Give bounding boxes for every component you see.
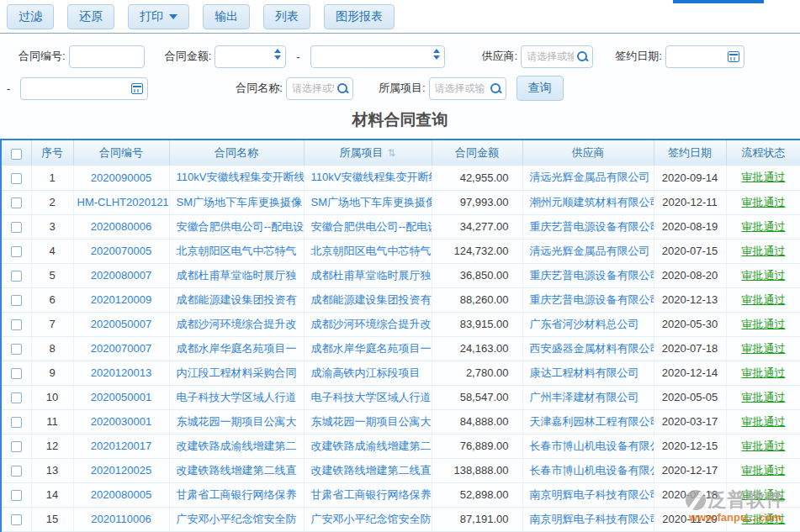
contract-no-link[interactable]: 2020120017: [73, 434, 169, 458]
contract-no-link[interactable]: 2020120013: [73, 361, 169, 385]
supplier-link[interactable]: 长春市博山机电设备有限公司: [522, 434, 654, 458]
supplier-link[interactable]: 重庆艺普电源设备有限公司: [522, 214, 654, 239]
contract-no-link[interactable]: 2020120009: [73, 287, 169, 312]
sort-icon[interactable]: ⇅: [387, 147, 395, 159]
contract-no-link[interactable]: 2020120025: [73, 458, 169, 482]
contract-name-link[interactable]: 110kV安徽线程集变开断线: [169, 166, 304, 190]
contract-no-link[interactable]: 2020110006: [73, 507, 169, 531]
status-link[interactable]: 审批通过: [726, 458, 800, 482]
supplier-link[interactable]: 康达工程材料有限公司: [522, 361, 654, 385]
contract-name-link[interactable]: 内江段工程材料采购合同: [169, 361, 304, 385]
status-link[interactable]: 审批通过: [726, 507, 800, 531]
project-link[interactable]: 广安邓小平纪念馆安全防: [304, 507, 432, 531]
supplier-link[interactable]: 南京明辉电子科技有限公司: [522, 507, 654, 531]
supplier-link[interactable]: 清远光辉金属品有限公司: [522, 239, 654, 263]
chart-report-button[interactable]: 图形报表: [324, 4, 395, 29]
supplier-link[interactable]: 西安盛器金属材料有限公司: [522, 336, 654, 361]
project-link[interactable]: 成都杜甫草堂临时展厅独: [304, 263, 432, 287]
select-all-checkbox[interactable]: [11, 149, 22, 160]
row-checkbox[interactable]: [11, 271, 22, 282]
project-link[interactable]: 改建铁路成渝线增建第二: [304, 434, 432, 458]
project-link[interactable]: 成都能源建设集团投资有: [304, 287, 432, 312]
row-checkbox[interactable]: [11, 490, 22, 501]
contract-name-link[interactable]: 甘肃省工商银行网络保养: [169, 482, 304, 507]
row-checkbox[interactable]: [11, 466, 22, 477]
contract-no-link[interactable]: 2020050007: [73, 312, 169, 336]
contract-name-link[interactable]: SM广场地下车库更换摄像: [169, 190, 304, 214]
contract-no-link[interactable]: HM-CLHT2020121: [73, 190, 169, 214]
status-link[interactable]: 审批通过: [726, 336, 800, 361]
row-checkbox[interactable]: [11, 246, 22, 257]
sign-date-end-input[interactable]: [20, 77, 148, 100]
contract-no-link[interactable]: 2020070005: [73, 239, 169, 263]
amount-max-input[interactable]: [310, 45, 445, 68]
project-link[interactable]: 成都沙河环境综合提升改: [304, 312, 432, 336]
contract-name-link[interactable]: 改建铁路成渝线增建第二: [169, 434, 304, 458]
status-link[interactable]: 审批通过: [726, 190, 800, 214]
contract-name-link[interactable]: 北京朝阳区电气中芯特气: [169, 239, 304, 263]
status-link[interactable]: 审批通过: [726, 214, 800, 239]
calendar-icon[interactable]: [131, 83, 143, 94]
row-checkbox[interactable]: [11, 198, 22, 208]
export-button[interactable]: 输出: [203, 4, 250, 29]
header-status[interactable]: 流程状态: [726, 140, 800, 166]
row-checkbox[interactable]: [11, 392, 22, 403]
row-checkbox[interactable]: [11, 514, 22, 525]
header-contract-name[interactable]: 合同名称: [169, 140, 304, 166]
contract-no-link[interactable]: 2020080005: [73, 482, 169, 507]
row-checkbox[interactable]: [11, 441, 22, 452]
contract-name-link[interactable]: 成都水岸华庭名苑项目一: [169, 336, 304, 361]
row-checkbox[interactable]: [11, 295, 22, 306]
supplier-link[interactable]: 重庆艺普电源设备有限公司: [522, 287, 654, 312]
number-stepper-icon[interactable]: [274, 49, 281, 60]
supplier-link[interactable]: 清远光辉金属品有限公司: [522, 166, 654, 190]
header-amount[interactable]: 合同金额: [432, 140, 522, 166]
supplier-link[interactable]: 重庆艺普电源设备有限公司: [522, 263, 654, 287]
contract-no-link[interactable]: 2020030001: [73, 409, 169, 434]
project-link[interactable]: 北京朝阳区电气中芯特气: [304, 239, 432, 263]
print-button[interactable]: 打印: [128, 4, 189, 29]
row-checkbox[interactable]: [11, 173, 22, 184]
project-link[interactable]: 110kV安徽线程集变开断线: [304, 166, 432, 190]
contract-name-link[interactable]: 东城花园一期项目公寓大: [169, 409, 304, 434]
contract-name-link[interactable]: 改建铁路线增建第二线直: [169, 458, 304, 482]
row-checkbox[interactable]: [11, 319, 22, 330]
status-link[interactable]: 审批通过: [726, 239, 800, 263]
status-link[interactable]: 审批通过: [726, 263, 800, 287]
contract-name-link[interactable]: 成都能源建设集团投资有: [169, 287, 304, 312]
contract-name-link[interactable]: 电子科技大学区域人行道: [169, 385, 304, 409]
contract-no-link[interactable]: 2020080007: [73, 263, 169, 287]
header-contract-no[interactable]: 合同编号: [73, 140, 169, 166]
supplier-link[interactable]: 天津嘉利园林工程有限公司: [522, 409, 654, 434]
contract-name-link[interactable]: 成都杜甫草堂临时展厅独: [169, 263, 304, 287]
project-link[interactable]: 成渝高铁内江标段项目: [304, 361, 432, 385]
supplier-link[interactable]: 广州丰泽建材有限公司: [522, 385, 654, 409]
number-stepper-icon[interactable]: [433, 49, 440, 60]
supplier-link[interactable]: 潮州元顺建筑材料有限公司: [522, 190, 654, 214]
project-link[interactable]: SM广场地下车库更换摄像: [304, 190, 432, 214]
search-icon[interactable]: [336, 82, 349, 95]
contract-no-link[interactable]: 2020080006: [73, 214, 169, 239]
search-icon[interactable]: [490, 82, 502, 95]
contract-no-input[interactable]: [69, 45, 145, 68]
contract-no-link[interactable]: 2020070007: [73, 336, 169, 361]
status-link[interactable]: 审批通过: [726, 409, 800, 434]
calendar-icon[interactable]: [728, 51, 739, 62]
contract-no-link[interactable]: 2020050001: [73, 385, 169, 409]
row-checkbox[interactable]: [11, 344, 22, 355]
status-link[interactable]: 审批通过: [726, 312, 800, 336]
row-checkbox[interactable]: [11, 368, 22, 379]
supplier-link[interactable]: 长春市博山机电设备有限公司: [522, 458, 654, 482]
contract-no-link[interactable]: 2020090005: [73, 166, 169, 190]
supplier-link[interactable]: 广东省河沙材料总公司: [522, 312, 654, 336]
filter-button[interactable]: 过滤: [7, 4, 54, 29]
status-link[interactable]: 审批通过: [726, 166, 800, 190]
header-supplier[interactable]: 供应商: [522, 140, 654, 166]
contract-name-link[interactable]: 安徽合肥供电公司--配电设: [169, 214, 304, 239]
project-link[interactable]: 安徽合肥供电公司--配电设: [304, 214, 432, 239]
header-project[interactable]: 所属项目⇅: [304, 140, 432, 166]
project-link[interactable]: 甘肃省工商银行网络保养: [304, 482, 432, 507]
search-icon[interactable]: [576, 50, 589, 63]
supplier-link[interactable]: 南京明辉电子科技有限公司: [522, 482, 654, 507]
restore-button[interactable]: 还原: [67, 4, 114, 29]
